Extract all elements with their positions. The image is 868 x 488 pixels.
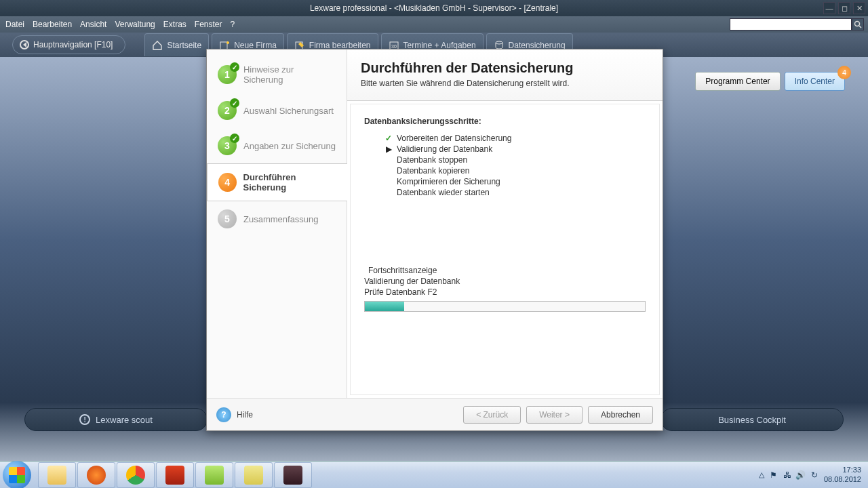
chrome-icon — [126, 466, 145, 485]
camera-icon — [283, 466, 302, 485]
close-button[interactable]: ✕ — [853, 2, 865, 14]
folder-icon — [47, 466, 66, 485]
svg-point-8 — [496, 41, 502, 44]
wizard-title: Durchführen der Datensicherung — [361, 60, 649, 76]
taskbar-app1[interactable] — [195, 462, 233, 488]
search-button[interactable] — [852, 18, 864, 30]
wizard-step-5[interactable]: 5 Zusammenfassung — [207, 201, 347, 237]
svg-rect-2 — [220, 42, 227, 49]
nav-back-icon — [20, 40, 29, 49]
firefox-icon — [87, 466, 106, 485]
toolbar-startseite[interactable]: Startseite — [144, 33, 209, 56]
volume-icon[interactable]: 🔊 — [795, 470, 806, 481]
menu-verwaltung[interactable]: Verwaltung — [115, 20, 155, 29]
next-button[interactable]: Weiter > — [526, 406, 583, 424]
progress-bar — [364, 301, 646, 312]
wizard-footer: ? Hilfe < Zurück Weiter > Abbrechen — [207, 398, 663, 430]
taskbar-app3[interactable] — [274, 462, 312, 488]
sync-icon[interactable]: ↻ — [809, 470, 820, 481]
home-icon — [152, 40, 163, 51]
flag-icon[interactable]: ⚑ — [768, 470, 779, 481]
check-icon: ✓ — [384, 134, 393, 143]
taskbar-chrome[interactable] — [117, 462, 155, 488]
db-step-row: Komprimieren der Sicherung — [384, 176, 646, 187]
step-number-icon: 1 — [218, 65, 237, 84]
menu-ansicht[interactable]: Ansicht — [80, 20, 106, 29]
info-center-button[interactable]: Info Center 4 — [785, 72, 845, 91]
step-number-icon: 4 — [218, 173, 237, 192]
progress-fill — [365, 302, 404, 311]
alert-icon: ! — [79, 414, 90, 425]
programm-center-button[interactable]: Programm Center — [695, 72, 780, 91]
menu-bearbeiten[interactable]: Bearbeiten — [33, 20, 72, 29]
info-badge: 4 — [837, 66, 851, 79]
wizard-subtitle: Bitte warten Sie während die Datensicher… — [361, 79, 649, 88]
search-input[interactable] — [730, 18, 852, 30]
window-title: Lexware professional - <Musikladen GmbH … — [310, 3, 558, 13]
help-icon: ? — [216, 407, 231, 422]
maximize-button[interactable]: ◻ — [838, 2, 850, 14]
clock[interactable]: 17:33 08.08.2012 — [824, 466, 861, 483]
cancel-button[interactable]: Abbrechen — [588, 406, 653, 424]
wizard-step-1[interactable]: 1 Hinweise zur Sicherung — [207, 56, 347, 93]
menu-bar: Datei Bearbeiten Ansicht Verwaltung Extr… — [0, 16, 868, 33]
backup-wizard-dialog: 1 Hinweise zur Sicherung 2 Auswahl Siche… — [206, 49, 663, 431]
svg-text:30: 30 — [391, 44, 397, 49]
taskbar-firefox[interactable] — [77, 462, 115, 488]
db-step-row: ▶Validierung der Datenbank — [384, 144, 646, 155]
db-step-row: Datenbank kopieren — [384, 165, 646, 176]
db-steps-heading: Datenbanksicherungsschritte: — [364, 117, 646, 126]
business-cockpit-button[interactable]: Business Cockpit — [660, 408, 844, 431]
wizard-steps-sidebar: 1 Hinweise zur Sicherung 2 Auswahl Siche… — [207, 49, 347, 398]
menu-extras[interactable]: Extras — [163, 20, 186, 29]
step-number-icon: 3 — [218, 136, 237, 155]
db-step-row: Datenbank wieder starten — [384, 187, 646, 198]
wizard-step-2[interactable]: 2 Auswahl Sicherungsart — [207, 93, 347, 128]
help-link[interactable]: ? Hilfe — [216, 407, 253, 422]
step-number-icon: 2 — [218, 101, 237, 120]
lexware-scout-button[interactable]: ! Lexware scout — [24, 408, 208, 431]
svg-line-1 — [859, 26, 861, 28]
tray-expand-icon[interactable]: △ — [759, 470, 764, 479]
wizard-content: Datenbanksicherungsschritte: ✓Vorbereite… — [350, 104, 660, 395]
minimize-button[interactable]: — — [823, 2, 835, 14]
wizard-step-3[interactable]: 3 Angaben zur Sicherung — [207, 128, 347, 163]
wizard-header: Durchführen der Datensicherung Bitte war… — [347, 49, 663, 101]
db-step-row: Datenbank stoppen — [384, 155, 646, 165]
step-number-icon: 5 — [218, 209, 237, 228]
progress-status-1: Validierung der Datenbank — [364, 277, 646, 286]
taskbar-explorer[interactable] — [38, 462, 76, 488]
taskbar: △ ⚑ 🖧 🔊 ↻ 17:33 08.08.2012 — [0, 461, 868, 488]
start-button[interactable] — [3, 461, 31, 489]
taskbar-app2[interactable] — [235, 462, 273, 488]
menu-help[interactable]: ? — [231, 20, 235, 29]
lexware-icon — [165, 466, 184, 485]
main-navigation-button[interactable]: Hauptnavigation [F10] — [12, 35, 125, 54]
progress-status-2: Prüfe Datenbank F2 — [364, 287, 646, 297]
notes-icon — [244, 466, 263, 485]
arrow-icon: ▶ — [384, 144, 393, 154]
svg-point-0 — [855, 22, 860, 26]
app-icon — [205, 466, 224, 485]
search-icon — [854, 20, 862, 28]
taskbar-lexware[interactable] — [156, 462, 194, 488]
network-icon[interactable]: 🖧 — [782, 470, 793, 481]
back-button[interactable]: < Zurück — [463, 406, 521, 424]
wizard-step-4[interactable]: 4 Durchführen Sicherung — [207, 163, 347, 201]
db-step-row: ✓Vorbereiten der Datensicherung — [384, 133, 646, 144]
tray-icons: ⚑ 🖧 🔊 ↻ — [768, 470, 820, 481]
progress-heading: Fortschrittsanzeige — [368, 266, 646, 275]
title-bar: Lexware professional - <Musikladen GmbH … — [0, 0, 868, 16]
menu-fenster[interactable]: Fenster — [195, 20, 222, 29]
menu-datei[interactable]: Datei — [5, 20, 24, 29]
nav-label: Hauptnavigation [F10] — [33, 40, 113, 49]
